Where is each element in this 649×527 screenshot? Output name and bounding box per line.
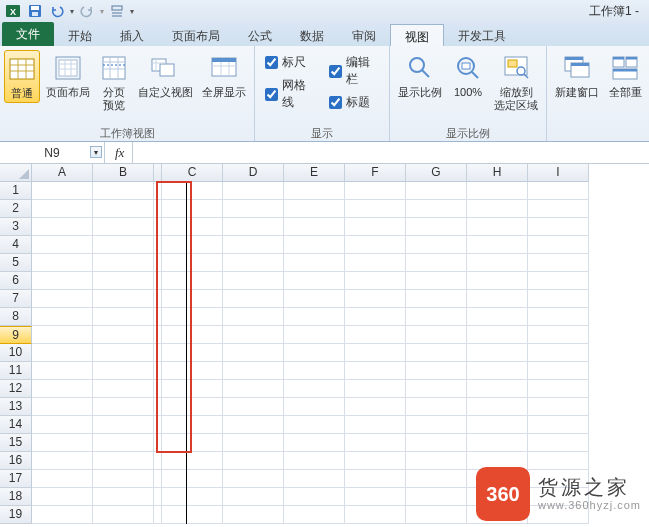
cell[interactable]: [154, 452, 162, 470]
cell[interactable]: [345, 272, 406, 290]
cell[interactable]: [406, 452, 467, 470]
cell[interactable]: [345, 506, 406, 524]
cell[interactable]: [154, 182, 162, 200]
cell[interactable]: [154, 236, 162, 254]
name-box[interactable]: N9 ▾: [0, 142, 105, 163]
cell[interactable]: [32, 470, 93, 488]
cell[interactable]: [284, 290, 345, 308]
cell[interactable]: [223, 326, 284, 344]
cell[interactable]: [528, 290, 589, 308]
column-header[interactable]: E: [284, 164, 345, 182]
undo-icon[interactable]: [48, 2, 66, 20]
cell[interactable]: [154, 308, 162, 326]
zoom-to-selection-button[interactable]: 缩放到 选定区域: [490, 50, 542, 114]
chevron-down-icon[interactable]: ▾: [90, 146, 102, 158]
cell[interactable]: [93, 434, 154, 452]
cell[interactable]: [223, 236, 284, 254]
cell[interactable]: [467, 200, 528, 218]
cell[interactable]: [406, 182, 467, 200]
column-header[interactable]: F: [345, 164, 406, 182]
cell[interactable]: [528, 236, 589, 254]
tab-developer[interactable]: 开发工具: [444, 24, 520, 46]
cell[interactable]: [93, 398, 154, 416]
cell[interactable]: [154, 272, 162, 290]
cell[interactable]: [162, 308, 223, 326]
cell[interactable]: [467, 272, 528, 290]
cell[interactable]: [162, 254, 223, 272]
cell[interactable]: [528, 254, 589, 272]
column-header[interactable]: A: [32, 164, 93, 182]
formula-input[interactable]: [133, 142, 649, 163]
cell[interactable]: [223, 398, 284, 416]
cell[interactable]: [223, 182, 284, 200]
cell[interactable]: [345, 434, 406, 452]
cell[interactable]: [32, 308, 93, 326]
cell[interactable]: [32, 272, 93, 290]
row-header[interactable]: 11: [0, 362, 32, 380]
cell[interactable]: [32, 416, 93, 434]
cell[interactable]: [467, 398, 528, 416]
cell[interactable]: [162, 416, 223, 434]
row-header[interactable]: 4: [0, 236, 32, 254]
cell[interactable]: [345, 236, 406, 254]
cell[interactable]: [162, 398, 223, 416]
cell[interactable]: [223, 254, 284, 272]
cell[interactable]: [223, 200, 284, 218]
new-window-button[interactable]: 新建窗口: [551, 50, 603, 101]
cell[interactable]: [162, 380, 223, 398]
tab-page-layout[interactable]: 页面布局: [158, 24, 234, 46]
cell[interactable]: [345, 200, 406, 218]
cell[interactable]: [406, 344, 467, 362]
cell[interactable]: [345, 326, 406, 344]
cell[interactable]: [345, 308, 406, 326]
cell[interactable]: [345, 452, 406, 470]
cell[interactable]: [223, 506, 284, 524]
tab-home[interactable]: 开始: [54, 24, 106, 46]
column-header[interactable]: D: [223, 164, 284, 182]
cell[interactable]: [223, 272, 284, 290]
cell[interactable]: [467, 434, 528, 452]
cell[interactable]: [32, 488, 93, 506]
zoom-button[interactable]: 显示比例: [394, 50, 446, 101]
cell[interactable]: [406, 488, 467, 506]
cell[interactable]: [467, 290, 528, 308]
cell[interactable]: [467, 344, 528, 362]
cell[interactable]: [93, 380, 154, 398]
cell[interactable]: [345, 218, 406, 236]
cell[interactable]: [528, 362, 589, 380]
cell[interactable]: [284, 380, 345, 398]
cell[interactable]: [154, 416, 162, 434]
row-header[interactable]: 3: [0, 218, 32, 236]
cell[interactable]: [406, 380, 467, 398]
cell[interactable]: [93, 326, 154, 344]
row-header[interactable]: 18: [0, 488, 32, 506]
column-header[interactable]: C: [162, 164, 223, 182]
cell[interactable]: [223, 290, 284, 308]
row-header[interactable]: 15: [0, 434, 32, 452]
cell[interactable]: [223, 308, 284, 326]
cell[interactable]: [223, 452, 284, 470]
save-icon[interactable]: [26, 2, 44, 20]
tab-file[interactable]: 文件: [2, 22, 54, 46]
cell[interactable]: [162, 452, 223, 470]
cell[interactable]: [284, 506, 345, 524]
cell[interactable]: [93, 182, 154, 200]
cell[interactable]: [162, 182, 223, 200]
cell[interactable]: [467, 182, 528, 200]
cell[interactable]: [406, 326, 467, 344]
cell[interactable]: [406, 506, 467, 524]
cell[interactable]: [32, 362, 93, 380]
cell[interactable]: [93, 470, 154, 488]
cell[interactable]: [284, 470, 345, 488]
cell[interactable]: [93, 218, 154, 236]
cell[interactable]: [162, 326, 223, 344]
cell[interactable]: [467, 416, 528, 434]
cell[interactable]: [93, 200, 154, 218]
cell[interactable]: [154, 362, 162, 380]
cell[interactable]: [162, 200, 223, 218]
cell[interactable]: [154, 254, 162, 272]
cell[interactable]: [154, 326, 162, 344]
cell[interactable]: [406, 362, 467, 380]
tab-review[interactable]: 审阅: [338, 24, 390, 46]
row-header[interactable]: 16: [0, 452, 32, 470]
